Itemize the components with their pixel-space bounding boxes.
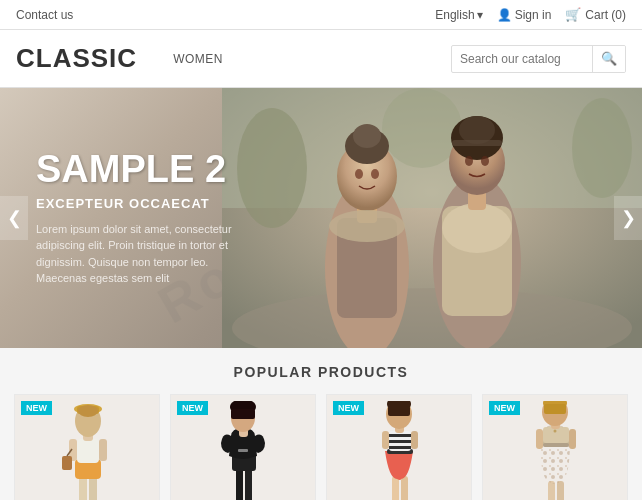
hero-title: SAMPLE 2 bbox=[36, 150, 256, 188]
svg-rect-28 bbox=[77, 439, 99, 463]
svg-rect-58 bbox=[388, 406, 410, 416]
cart-label: Cart (0) bbox=[585, 8, 626, 22]
svg-rect-44 bbox=[231, 409, 255, 419]
user-icon: 👤 bbox=[497, 8, 512, 22]
product-image-3: NEW bbox=[327, 395, 471, 500]
svg-rect-30 bbox=[99, 439, 107, 461]
svg-point-17 bbox=[442, 203, 512, 253]
search-bar: 🔍 bbox=[451, 45, 626, 73]
search-button[interactable]: 🔍 bbox=[592, 45, 625, 73]
product-image-1: NEW bbox=[15, 395, 159, 500]
product-card-4[interactable]: NEW bbox=[482, 394, 628, 500]
products-section-title: POPULAR PRODUCTS bbox=[14, 364, 628, 380]
svg-rect-46 bbox=[392, 476, 399, 500]
products-section: POPULAR PRODUCTS NEW bbox=[0, 348, 642, 500]
hero-description: Lorem ipsum dolor sit amet, consectetur … bbox=[36, 221, 256, 287]
product-image-4: NEW bbox=[483, 395, 627, 500]
language-label: English bbox=[435, 8, 474, 22]
svg-point-72 bbox=[554, 430, 557, 433]
hero-next-button[interactable]: ❯ bbox=[614, 196, 642, 240]
contact-link[interactable]: Contact us bbox=[16, 8, 73, 22]
svg-rect-62 bbox=[557, 481, 564, 500]
sign-in-link[interactable]: 👤 Sign in bbox=[497, 8, 552, 22]
new-badge-1: NEW bbox=[21, 401, 52, 415]
svg-rect-66 bbox=[536, 429, 543, 449]
new-badge-3: NEW bbox=[333, 401, 364, 415]
search-icon: 🔍 bbox=[601, 51, 617, 66]
hero-content: SAMPLE 2 EXCEPTEUR OCCAECAT Lorem ipsum … bbox=[0, 120, 292, 317]
product-card-1[interactable]: NEW bbox=[14, 394, 160, 500]
hero-prev-button[interactable]: ❮ bbox=[0, 196, 28, 240]
svg-rect-39 bbox=[245, 466, 252, 500]
search-input[interactable] bbox=[452, 48, 592, 70]
svg-rect-38 bbox=[236, 466, 243, 500]
svg-rect-71 bbox=[544, 404, 566, 414]
svg-point-12 bbox=[329, 210, 405, 242]
top-bar-left: Contact us bbox=[16, 8, 73, 22]
new-badge-2: NEW bbox=[177, 401, 208, 415]
svg-rect-51 bbox=[389, 440, 411, 443]
svg-rect-64 bbox=[543, 443, 569, 447]
main-nav: WOMEN bbox=[161, 48, 235, 70]
svg-point-23 bbox=[465, 156, 473, 166]
product-image-2: NEW bbox=[171, 395, 315, 500]
product-card-2[interactable]: NEW bbox=[170, 394, 316, 500]
svg-rect-36 bbox=[62, 456, 72, 470]
svg-point-35 bbox=[78, 405, 98, 417]
logo: CLASSIC bbox=[16, 43, 137, 74]
product-figure-2 bbox=[213, 401, 273, 500]
new-badge-4: NEW bbox=[489, 401, 520, 415]
svg-point-24 bbox=[481, 156, 489, 166]
svg-rect-45 bbox=[238, 449, 248, 452]
svg-rect-52 bbox=[389, 446, 411, 449]
svg-rect-67 bbox=[569, 429, 576, 449]
svg-point-11 bbox=[353, 124, 381, 148]
svg-rect-54 bbox=[411, 431, 418, 449]
product-figure-1 bbox=[57, 401, 117, 500]
product-figure-3 bbox=[369, 401, 429, 500]
svg-point-13 bbox=[355, 169, 363, 179]
svg-rect-65 bbox=[543, 427, 569, 443]
language-selector[interactable]: English ▾ bbox=[435, 8, 482, 22]
nav-women[interactable]: WOMEN bbox=[161, 48, 235, 70]
top-bar: Contact us English ▾ 👤 Sign in 🛒 Cart (0… bbox=[0, 0, 642, 30]
svg-rect-47 bbox=[401, 476, 408, 500]
product-figure-4 bbox=[525, 401, 585, 500]
sign-in-label: Sign in bbox=[515, 8, 552, 22]
hero-banner: RoseHosting bbox=[0, 88, 642, 348]
hero-subtitle: EXCEPTEUR OCCAECAT bbox=[36, 196, 256, 211]
svg-rect-22 bbox=[452, 140, 502, 146]
product-card-3[interactable]: NEW bbox=[326, 394, 472, 500]
svg-point-14 bbox=[371, 169, 379, 179]
svg-point-21 bbox=[459, 116, 495, 144]
svg-rect-50 bbox=[389, 434, 411, 437]
cart-link[interactable]: 🛒 Cart (0) bbox=[565, 7, 626, 22]
language-arrow: ▾ bbox=[477, 8, 483, 22]
cart-icon: 🛒 bbox=[565, 7, 581, 22]
svg-rect-53 bbox=[382, 431, 389, 449]
products-grid: NEW bbox=[14, 394, 628, 500]
top-bar-right: English ▾ 👤 Sign in 🛒 Cart (0) bbox=[435, 7, 626, 22]
svg-point-3 bbox=[572, 98, 632, 198]
header: CLASSIC WOMEN 🔍 bbox=[0, 30, 642, 88]
